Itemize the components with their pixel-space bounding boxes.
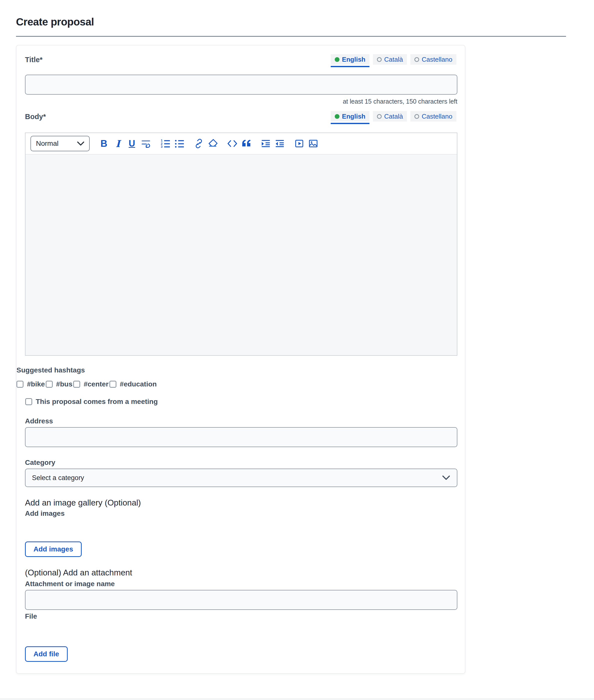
hashtag-checkbox-education[interactable] (109, 381, 117, 388)
underline-button[interactable]: U (126, 138, 138, 149)
body-editor-content[interactable] (26, 154, 457, 355)
file-label: File (25, 612, 456, 620)
lang-tab-english[interactable]: English (331, 54, 369, 65)
lang-tab-english[interactable]: English (331, 111, 369, 121)
ordered-list-button[interactable]: 123 (160, 138, 171, 149)
lang-tab-label: English (342, 56, 365, 63)
image-icon (308, 138, 319, 149)
link-button[interactable] (193, 138, 205, 149)
selected-language-dot-icon (335, 57, 339, 62)
title-language-tabs: English Català Castellano (331, 54, 456, 65)
chevron-down-icon (442, 476, 450, 480)
hashtag-checkbox-center[interactable] (73, 381, 80, 388)
toolbar-group-media (294, 138, 319, 149)
radio-circle-icon (377, 114, 382, 119)
attachment-name-input[interactable] (25, 590, 457, 610)
insert-image-button[interactable] (307, 138, 319, 149)
hashtag-checkbox-bike[interactable] (16, 381, 24, 388)
title-label: Title* (25, 54, 42, 65)
hashtag-label: #bike (27, 380, 45, 388)
indent-button[interactable] (260, 138, 271, 149)
toolbar-group-link (193, 138, 219, 149)
bullet-list-button[interactable] (174, 138, 185, 149)
toolbar-group-text-style: B I U (98, 138, 152, 149)
bold-button[interactable]: B (98, 138, 110, 149)
page-bottom-divider (0, 699, 594, 699)
indent-decrease-icon (274, 138, 285, 149)
lang-tab-label: Català (384, 56, 403, 63)
address-input[interactable] (25, 427, 457, 447)
blockquote-button[interactable] (240, 138, 252, 149)
proposal-form: Title* English Català Castellano at leas… (16, 45, 465, 674)
body-rich-text-editor: Normal B I U 123 (25, 133, 457, 356)
video-icon (294, 138, 304, 149)
lang-tab-label: English (342, 113, 365, 120)
title-divider (16, 36, 566, 37)
hashtag-label: #bus (56, 380, 72, 388)
toolbar-group-indent (260, 138, 286, 149)
line-break-button[interactable] (140, 138, 152, 149)
category-label: Category (25, 459, 456, 466)
body-label: Body* (25, 111, 46, 122)
quote-icon (241, 138, 252, 149)
lang-tab-label: Català (384, 113, 403, 120)
insert-video-button[interactable] (294, 138, 305, 149)
link-icon (194, 138, 204, 149)
clear-format-button[interactable] (207, 138, 219, 149)
hashtag-label: #education (120, 380, 157, 388)
underline-icon: U (129, 138, 135, 149)
body-field-head: Body* English Català Castellano (25, 111, 456, 125)
indent-increase-icon (261, 138, 271, 149)
italic-icon: I (116, 138, 120, 149)
toolbar-group-code-quote (227, 138, 252, 149)
add-images-button[interactable]: Add images (25, 541, 82, 557)
radio-circle-icon (415, 57, 419, 62)
lang-tab-castellano[interactable]: Castellano (410, 54, 456, 65)
editor-toolbar: Normal B I U 123 (26, 133, 457, 154)
lang-tab-catala[interactable]: Català (373, 111, 407, 121)
add-images-label: Add images (25, 510, 456, 518)
chevron-down-icon (77, 142, 84, 146)
lang-tab-catala[interactable]: Català (373, 54, 407, 65)
create-proposal-page: Create proposal Title* English Català Ca… (0, 0, 594, 700)
radio-circle-icon (415, 114, 419, 119)
hashtag-checkbox-row: #bike #bus #center #education (16, 380, 456, 388)
suggested-hashtags-label: Suggested hashtags (16, 366, 456, 374)
attachment-section-heading: (Optional) Add an attachment (25, 568, 456, 578)
outdent-button[interactable] (274, 138, 286, 149)
title-field-head: Title* English Català Castellano (25, 54, 456, 68)
body-language-tabs: English Català Castellano (331, 111, 456, 121)
title-helper-text: at least 15 characters, 150 characters l… (25, 98, 457, 105)
page-title: Create proposal (16, 16, 94, 28)
ordered-list-icon: 123 (160, 138, 171, 149)
lang-tab-label: Castellano (422, 56, 452, 63)
attachment-name-label: Attachment or image name (25, 580, 456, 588)
lang-tab-castellano[interactable]: Castellano (410, 111, 456, 121)
address-label: Address (25, 417, 456, 425)
add-file-button[interactable]: Add file (25, 646, 68, 662)
italic-button[interactable]: I (112, 138, 124, 149)
svg-text:3: 3 (161, 145, 163, 148)
radio-circle-icon (377, 57, 382, 62)
meeting-checkbox-label: This proposal comes from a meeting (36, 398, 158, 406)
text-wrap-icon (141, 138, 151, 149)
toolbar-group-lists: 123 (160, 138, 185, 149)
hashtag-checkbox-bus[interactable] (46, 381, 53, 388)
selected-language-dot-icon (335, 114, 339, 119)
gallery-section-heading: Add an image gallery (Optional) (25, 498, 456, 508)
meeting-checkbox-row: This proposal comes from a meeting (25, 398, 456, 406)
block-style-select[interactable]: Normal (30, 136, 90, 151)
meeting-checkbox[interactable] (25, 398, 32, 405)
eraser-icon (207, 138, 218, 149)
bold-icon: B (100, 138, 107, 149)
bullet-list-icon (174, 138, 185, 149)
code-button[interactable] (227, 138, 238, 149)
category-select[interactable]: Select a category (25, 468, 457, 487)
title-input[interactable] (25, 75, 457, 95)
code-icon (227, 138, 237, 149)
hashtag-label: #center (84, 380, 109, 388)
lang-tab-label: Castellano (422, 113, 452, 120)
category-selected-value: Select a category (32, 474, 84, 482)
block-style-value: Normal (36, 140, 59, 147)
